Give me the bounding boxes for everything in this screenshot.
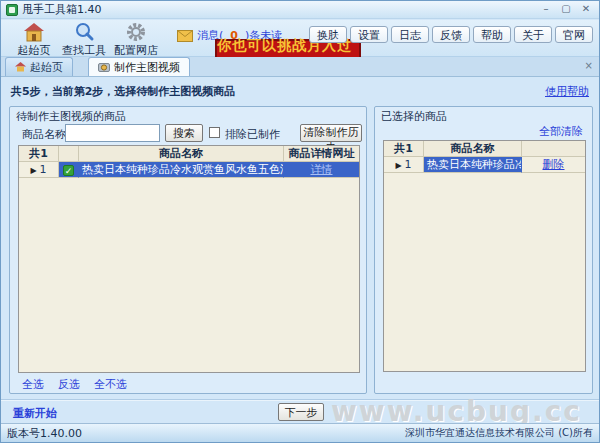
selection-links: 全选 反选 全不选 xyxy=(22,377,127,392)
tab-bar: 起始页 制作主图视频 × xyxy=(1,57,599,77)
feedback-button[interactable]: 反馈 xyxy=(432,26,470,43)
status-bar: 版本号1.40.00 深圳市华宜通达信息技术有限公司 (C)所有 xyxy=(1,423,599,442)
row-index-cell: ▶1 xyxy=(384,157,424,173)
tab-label: 制作主图视频 xyxy=(114,60,180,75)
header-count: 共1 xyxy=(19,146,59,162)
toolbar-item-label: 配置网店 xyxy=(114,43,158,58)
toolbar-item-find-tools[interactable]: 查找工具 xyxy=(59,22,109,58)
video-icon xyxy=(98,62,110,73)
footer-divider xyxy=(1,399,599,401)
toolbar: 起始页 查找工具 配置网店 xyxy=(1,20,599,57)
restart-link[interactable]: 重新开始 xyxy=(13,406,57,421)
exclude-made-checkbox[interactable] xyxy=(209,127,220,138)
product-name-input[interactable] xyxy=(65,124,160,142)
row-action-cell: 删除 xyxy=(522,157,585,173)
invert-select-link[interactable]: 反选 xyxy=(58,377,80,392)
row-index: 1 xyxy=(40,163,47,176)
product-name-cell: 热卖日本纯种珍品冷... xyxy=(424,157,522,173)
log-button[interactable]: 日志 xyxy=(391,26,429,43)
minimize-icon[interactable]: – xyxy=(538,3,554,16)
clear-history-button[interactable]: 清除制作历史 xyxy=(300,124,362,142)
next-step-button[interactable]: 下一步 xyxy=(278,403,324,421)
header-count: 共1 xyxy=(384,141,424,157)
selected-products-panel: 已选择的商品 全部清除 共1 商品名称 ▶1 热卖日本纯种珍品冷... 删除 xyxy=(374,106,593,394)
header-action xyxy=(522,141,585,157)
tab-start-page[interactable]: 起始页 xyxy=(5,57,73,76)
panel-title: 已选择的商品 xyxy=(381,109,447,124)
title-bar: 甩手工具箱1.40 – ▢ ✕ xyxy=(1,1,599,19)
toolbar-item-label: 起始页 xyxy=(18,43,51,58)
tab-label: 起始页 xyxy=(30,60,63,75)
header-product-url: 商品详情网址 xyxy=(284,146,359,162)
step-text: 共5步，当前第2步，选择待制作主图视频商品 xyxy=(11,84,235,99)
header-checkbox xyxy=(59,146,79,162)
usage-help-link[interactable]: 使用帮助 xyxy=(545,84,589,99)
select-all-link[interactable]: 全选 xyxy=(22,377,44,392)
skin-button[interactable]: 换肤 xyxy=(309,26,347,43)
toolbar-item-home[interactable]: 起始页 xyxy=(9,22,59,58)
header-product-name: 商品名称 xyxy=(424,141,522,157)
header-product-name: 商品名称 xyxy=(79,146,284,162)
row-index-cell: ▶1 xyxy=(19,162,59,178)
tab-make-main-video[interactable]: 制作主图视频 xyxy=(88,57,190,76)
pending-products-panel: 待制作主图视频的商品 商品名称 搜索 排除已制作 清除制作历史 共1 商品名称 … xyxy=(9,106,367,394)
search-tools-icon xyxy=(73,22,95,42)
gear-icon xyxy=(125,22,147,42)
window-title: 甩手工具箱1.40 xyxy=(22,2,102,17)
tab-close-icon[interactable]: × xyxy=(585,60,593,71)
checked-checkbox[interactable]: ✓ xyxy=(63,165,74,176)
pending-products-table: 共1 商品名称 商品详情网址 ▶1 ✓ 热卖日本纯种珍品冷水观赏鱼风水鱼五色活体… xyxy=(18,145,360,373)
row-checkbox-cell: ✓ xyxy=(59,162,79,178)
table-header-row: 共1 商品名称 商品详情网址 xyxy=(19,146,359,162)
row-index: 1 xyxy=(405,158,412,171)
selected-products-table: 共1 商品名称 ▶1 热卖日本纯种珍品冷... 删除 xyxy=(383,140,586,372)
maximize-icon[interactable]: ▢ xyxy=(558,3,574,16)
table-row[interactable]: ▶1 热卖日本纯种珍品冷... 删除 xyxy=(384,157,585,173)
app-icon xyxy=(6,4,18,16)
row-marker-icon: ▶ xyxy=(30,166,36,175)
website-button[interactable]: 官网 xyxy=(555,26,593,43)
toolbar-mini-buttons: 换肤 设置 日志 反馈 帮助 关于 官网 xyxy=(309,26,593,43)
version-text: 版本号1.40.00 xyxy=(7,426,82,441)
search-row: 商品名称 搜索 排除已制作 清除制作历史 xyxy=(10,124,366,142)
detail-link[interactable]: 详情 xyxy=(311,163,333,176)
help-button[interactable]: 帮助 xyxy=(473,26,511,43)
table-header-row: 共1 商品名称 xyxy=(384,141,585,157)
product-name-cell: 热卖日本纯种珍品冷水观赏鱼风水鱼五色活体宠物锦鲤鱼 全... xyxy=(79,162,284,178)
toolbar-item-label: 查找工具 xyxy=(62,43,106,58)
copyright-text: 深圳市华宜通达信息技术有限公司 (C)所有 xyxy=(405,426,593,440)
home-icon xyxy=(15,62,26,72)
settings-button[interactable]: 设置 xyxy=(350,26,388,43)
about-button[interactable]: 关于 xyxy=(514,26,552,43)
envelope-icon xyxy=(177,30,193,42)
toolbar-item-configure-shop[interactable]: 配置网店 xyxy=(111,22,161,58)
product-url-cell: 详情 xyxy=(284,162,359,178)
product-name-label: 商品名称 xyxy=(22,127,66,142)
delete-link[interactable]: 删除 xyxy=(543,158,565,171)
close-icon[interactable]: ✕ xyxy=(578,3,594,16)
search-button[interactable]: 搜索 xyxy=(165,124,203,142)
table-row[interactable]: ▶1 ✓ 热卖日本纯种珍品冷水观赏鱼风水鱼五色活体宠物锦鲤鱼 全... 详情 xyxy=(19,162,359,178)
home-icon xyxy=(23,22,45,42)
panel-title: 待制作主图视频的商品 xyxy=(16,109,126,124)
exclude-made-label: 排除已制作 xyxy=(225,127,280,142)
row-marker-icon: ▶ xyxy=(395,161,401,170)
clear-all-link[interactable]: 全部清除 xyxy=(539,124,583,139)
select-none-link[interactable]: 全不选 xyxy=(94,377,127,392)
app-window: 甩手工具箱1.40 – ▢ ✕ 起始页 xyxy=(0,0,600,443)
